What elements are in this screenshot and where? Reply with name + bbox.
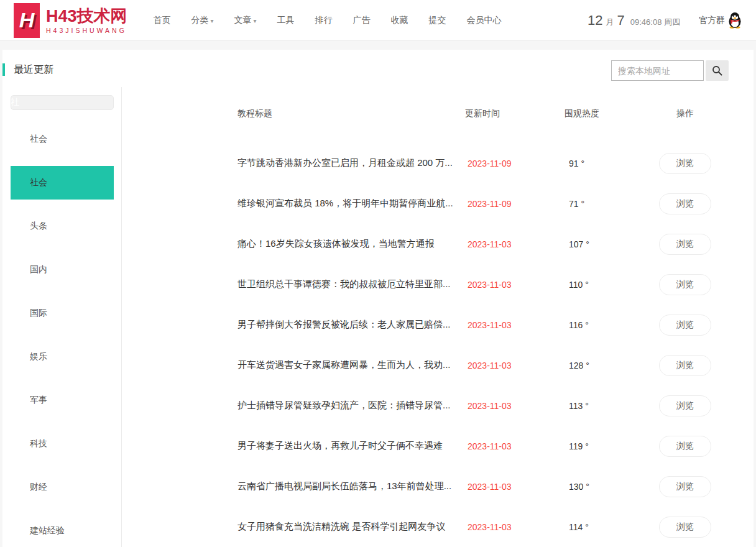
date-day: 7	[617, 12, 625, 29]
table-row: 维珍银河宣布裁员 18%，将于明年中期暂停商业航... 2023-11-09 7…	[237, 183, 752, 224]
article-table: 教程标题 更新时间 围观热度 操作 字节跳动香港新办公室已启用，月租金或超 20…	[237, 108, 752, 547]
sidebar-item-military[interactable]: 军事	[11, 384, 114, 417]
logo-text: H43技术网 H43JISHUWANG	[46, 7, 127, 34]
sidebar-item-society[interactable]: 社会	[11, 122, 114, 156]
article-title[interactable]: 云南省广播电视局副局长伍皓落马，13年前曾处理...	[237, 480, 465, 492]
col-header-action: 操作	[659, 108, 752, 119]
article-title[interactable]: 字节跳动香港新办公室已启用，月租金或超 200 万...	[237, 157, 465, 169]
site-logo[interactable]: H H43技术网 H43JISHUWANG	[14, 3, 127, 38]
view-button[interactable]: 浏览	[659, 193, 711, 214]
view-button[interactable]: 浏览	[659, 234, 711, 255]
date-month-unit: 月	[606, 17, 614, 28]
view-button[interactable]: 浏览	[659, 476, 711, 497]
article-title[interactable]: 男子帮摔倒大爷报警反被讹后续：老人家属已赔偿...	[237, 319, 465, 331]
update-date: 2023-11-03	[465, 320, 565, 330]
heat-value: 91 °	[565, 159, 659, 168]
nav-item-home[interactable]: 首页	[154, 15, 171, 26]
article-title[interactable]: 女子用猪食充当洗洁精洗碗 是否科学引起网友争议	[237, 521, 465, 533]
heat-value: 110 °	[565, 280, 659, 290]
search-icon	[712, 65, 722, 76]
update-date: 2023-11-03	[465, 361, 565, 370]
article-title[interactable]: 维珍银河宣布裁员 18%，将于明年中期暂停商业航...	[237, 198, 465, 209]
nav-item-submit[interactable]: 提交	[429, 15, 446, 26]
sidebar-item-international[interactable]: 国际	[11, 296, 114, 330]
view-button[interactable]: 浏览	[659, 436, 711, 457]
sidebar-item-finance[interactable]: 财经	[11, 471, 114, 504]
clock-time: 09:46:08 周四	[630, 17, 680, 28]
top-header: H H43技术网 H43JISHUWANG 首页 分类▾ 文章▾ 工具 排行 广…	[0, 0, 756, 41]
update-date: 2023-11-03	[465, 401, 565, 411]
chevron-down-icon: ▾	[254, 17, 257, 24]
table-row: 男子帮摔倒大爷报警反被讹后续：老人家属已赔偿... 2023-11-03 116…	[237, 305, 752, 345]
sidebar-item-headlines[interactable]: 头条	[11, 209, 114, 243]
update-date: 2023-11-09	[465, 159, 565, 168]
col-header-date: 更新时间	[465, 108, 565, 119]
site-subtitle: H43JISHUWANG	[46, 27, 127, 34]
sidebar-item-society-active[interactable]: 社会	[11, 166, 114, 200]
view-button[interactable]: 浏览	[659, 153, 711, 174]
table-row: 世卫组织总干事谭德赛：我的叔叔被厄立特里亚部... 2023-11-03 110…	[237, 264, 752, 305]
search-button[interactable]	[706, 60, 729, 81]
update-date: 2023-11-03	[465, 280, 565, 290]
category-skeleton-bar: 社	[11, 95, 114, 110]
content-card: 最近更新 社 社会 社会 头条 国内 国际 娱乐 军事 科技 财经 建站经验 教…	[2, 50, 754, 547]
heat-value: 114 °	[565, 522, 659, 532]
qq-penguin-icon	[727, 12, 742, 29]
nav-item-articles[interactable]: 文章▾	[234, 15, 257, 26]
update-date: 2023-11-03	[465, 482, 565, 492]
sidebar-item-site-building[interactable]: 建站经验	[11, 514, 114, 547]
article-title[interactable]: 开车送货遇害女子家属称遭网暴，生而为人，我劝...	[237, 359, 465, 371]
update-date: 2023-11-03	[465, 239, 565, 249]
heat-value: 128 °	[565, 361, 659, 370]
update-date: 2023-11-03	[465, 441, 565, 451]
view-button[interactable]: 浏览	[659, 395, 711, 416]
skeleton-label: 社	[11, 97, 19, 108]
view-button[interactable]: 浏览	[659, 315, 711, 336]
sidebar-item-domestic[interactable]: 国内	[11, 253, 114, 287]
search-bar	[611, 60, 729, 81]
article-title[interactable]: 痛心！16岁失踪女孩遗体被发现，当地警方通报	[237, 238, 465, 250]
heat-value: 116 °	[565, 320, 659, 330]
view-button[interactable]: 浏览	[659, 274, 711, 295]
official-qq-group-link[interactable]: 官方群	[699, 12, 742, 29]
col-header-title: 教程标题	[237, 108, 465, 119]
view-button[interactable]: 浏览	[659, 517, 711, 538]
article-title[interactable]: 男子将妻子送出火场，再救儿子时父子俩不幸遇难	[237, 440, 465, 452]
nav-item-ranking[interactable]: 排行	[315, 15, 333, 26]
date-month: 12	[588, 12, 602, 29]
logo-h-icon: H	[14, 3, 40, 38]
heat-value: 119 °	[565, 441, 659, 451]
col-header-heat: 围观热度	[565, 108, 659, 119]
table-body: 字节跳动香港新办公室已启用，月租金或超 200 万... 2023-11-09 …	[237, 143, 752, 547]
nav-item-ads[interactable]: 广告	[353, 15, 371, 26]
heat-value: 107 °	[565, 239, 659, 249]
table-row: 开车送货遇害女子家属称遭网暴，生而为人，我劝... 2023-11-03 128…	[237, 345, 752, 385]
site-title: H43技术网	[46, 7, 127, 25]
heat-value: 130 °	[565, 482, 659, 492]
qq-group-label: 官方群	[699, 15, 725, 26]
nav-item-member-center[interactable]: 会员中心	[467, 15, 502, 26]
table-row: 字节跳动香港新办公室已启用，月租金或超 200 万... 2023-11-09 …	[237, 143, 752, 183]
main-nav: 首页 分类▾ 文章▾ 工具 排行 广告 收藏 提交 会员中心	[154, 15, 502, 26]
table-row: 女子用猪食充当洗洁精洗碗 是否科学引起网友争议 2023-11-03 114 °…	[237, 507, 752, 547]
view-button[interactable]: 浏览	[659, 355, 711, 376]
heat-value: 71 °	[565, 199, 659, 209]
datetime-display: 12 月 7 09:46:08 周四	[584, 12, 680, 29]
chevron-down-icon: ▾	[211, 17, 214, 24]
article-title[interactable]: 世卫组织总干事谭德赛：我的叔叔被厄立特里亚部...	[237, 278, 465, 290]
update-date: 2023-11-03	[465, 522, 565, 532]
nav-item-tools[interactable]: 工具	[277, 15, 295, 26]
article-title[interactable]: 护士插错导尿管疑致孕妇流产，医院：插错导尿管...	[237, 400, 465, 411]
heat-value: 113 °	[565, 401, 659, 411]
table-row: 护士插错导尿管疑致孕妇流产，医院：插错导尿管... 2023-11-03 113…	[237, 385, 752, 426]
table-row: 男子将妻子送出火场，再救儿子时父子俩不幸遇难 2023-11-03 119 ° …	[237, 426, 752, 466]
nav-item-favorites[interactable]: 收藏	[391, 15, 408, 26]
nav-item-categories[interactable]: 分类▾	[191, 15, 214, 26]
sidebar-item-entertainment[interactable]: 娱乐	[11, 340, 114, 374]
table-row: 痛心！16岁失踪女孩遗体被发现，当地警方通报 2023-11-03 107 ° …	[237, 224, 752, 264]
update-date: 2023-11-09	[465, 199, 565, 209]
section-title-recent-updates: 最近更新	[2, 63, 53, 76]
search-input[interactable]	[611, 60, 704, 81]
sidebar-item-technology[interactable]: 科技	[11, 427, 114, 461]
table-row: 云南省广播电视局副局长伍皓落马，13年前曾处理... 2023-11-03 13…	[237, 466, 752, 507]
